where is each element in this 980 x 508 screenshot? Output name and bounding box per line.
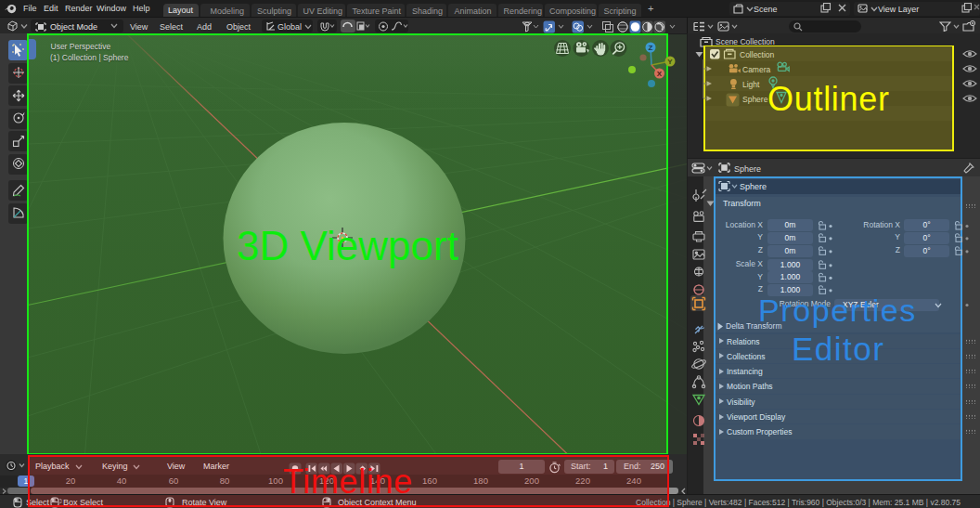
svg-text:Light: Light <box>742 80 760 89</box>
svg-text:Collection: Collection <box>740 50 775 59</box>
svg-text:Y: Y <box>667 58 673 66</box>
svg-text:Z: Z <box>649 44 653 52</box>
svg-text:Sphere: Sphere <box>742 95 768 104</box>
svg-text:Camera: Camera <box>742 65 771 74</box>
svg-text:X: X <box>657 70 663 78</box>
